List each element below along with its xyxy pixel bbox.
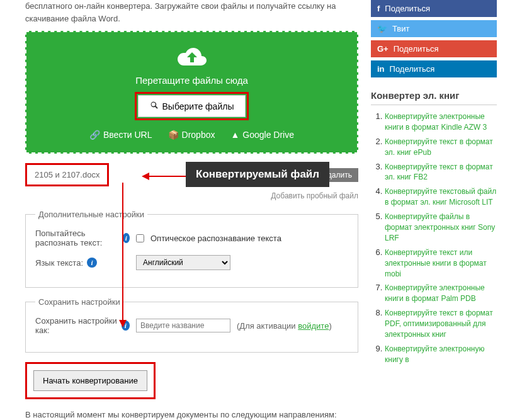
save-settings: Сохранить настройки Сохранить настройки … <box>25 297 358 353</box>
ocr-checkbox[interactable] <box>136 234 144 242</box>
extra-settings: Дополнительные настройки Попытайтесь рас… <box>25 210 358 288</box>
intro-text: бесплатного он-лайн конвертера. Загружай… <box>25 0 358 25</box>
ocr-check-label: Оптическое распознавание текста <box>150 234 281 243</box>
drop-text: Перетащите файлы сюда <box>39 75 344 86</box>
lang-label: Язык текста: <box>35 258 83 268</box>
formats-text: В настоящий момент мы конвертируем докум… <box>25 409 358 420</box>
ebook-link[interactable]: Конвертируйте текстовый файл в формат эл… <box>385 187 496 207</box>
share-linkedin[interactable]: inПоделиться <box>371 60 497 77</box>
cloud-upload-icon <box>176 45 208 70</box>
enter-url-link[interactable]: 🔗Ввести URL <box>89 130 152 140</box>
dropzone[interactable]: Перетащите файлы сюда Выберите файлы 🔗Вв… <box>25 31 358 154</box>
gdrive-icon: ▲ <box>230 130 239 140</box>
extra-settings-legend: Дополнительные настройки <box>35 210 147 219</box>
list-item: Конвертируйте электронные книги в формат… <box>385 283 497 304</box>
info-icon[interactable]: i <box>123 233 130 243</box>
ebook-link[interactable]: Конвертируйте текст или электронные книг… <box>385 248 487 278</box>
ebook-link[interactable]: Конвертируйте файлы в формат электронных… <box>385 212 495 242</box>
ebook-list: Конвертируйте электронные книги в формат… <box>371 111 497 365</box>
facebook-icon: f <box>377 4 380 13</box>
ebook-link[interactable]: Конвертируйте электронные книги в формат… <box>385 283 485 303</box>
settings-name-input[interactable] <box>136 319 230 332</box>
choose-files-button[interactable]: Выберите файлы <box>138 95 246 117</box>
dropbox-link[interactable]: 📦Dropbox <box>168 130 215 140</box>
twitter-icon: 🐦 <box>377 24 387 33</box>
login-link[interactable]: войдите <box>298 321 329 331</box>
save-as-label: Сохранить настройки как: <box>35 316 118 335</box>
dropbox-icon: 📦 <box>168 130 179 140</box>
ebook-heading: Конвертер эл. книг <box>371 90 497 105</box>
list-item: Конвертируйте электронную книгу в <box>385 344 497 365</box>
list-item: Конвертируйте текст в формат эл. книг FB… <box>385 162 497 183</box>
save-settings-legend: Сохранить настройки <box>35 297 123 307</box>
choose-files-label: Выберите файлы <box>162 101 234 111</box>
add-sample-file[interactable]: Добавить пробный файл <box>25 191 358 200</box>
start-convert-button[interactable]: Начать конвертирование <box>33 370 147 391</box>
share-googleplus[interactable]: G+Поделиться <box>371 40 497 57</box>
ebook-link[interactable]: Конвертируйте текст в формат эл. книг FB… <box>385 162 493 182</box>
ebook-link[interactable]: Конвертируйте текст в формат эл. книг eP… <box>385 137 493 157</box>
ebook-link[interactable]: Конвертируйте текст в формат PDF, оптими… <box>385 309 493 339</box>
language-select[interactable]: Английский <box>136 255 230 270</box>
linkedin-icon: in <box>377 64 385 74</box>
uploaded-filename: 2105 и 2107.docx <box>25 163 109 186</box>
highlight-choose: Выберите файлы <box>135 92 249 120</box>
ebook-link[interactable]: Конвертируйте электронную книгу в <box>385 344 484 364</box>
share-twitter[interactable]: 🐦Твит <box>371 20 497 37</box>
login-hint: (Для активации войдите) <box>237 321 332 331</box>
list-item: Конвертируйте электронные книги в формат… <box>385 111 497 133</box>
highlight-convert: Начать конвертирование <box>25 362 156 399</box>
list-item: Конвертируйте текст в формат PDF, оптими… <box>385 308 497 340</box>
list-item: Конвертируйте файлы в формат электронных… <box>385 212 497 244</box>
ebook-link[interactable]: Конвертируйте электронные книги в формат… <box>385 112 487 132</box>
gplus-icon: G+ <box>377 44 389 54</box>
gdrive-link[interactable]: ▲Google Drive <box>230 130 294 140</box>
list-item: Конвертируйте текстовый файл в формат эл… <box>385 186 497 208</box>
info-icon[interactable]: i <box>122 321 130 331</box>
search-icon <box>150 101 159 111</box>
share-facebook[interactable]: fПоделиться <box>371 0 497 17</box>
link-icon: 🔗 <box>89 130 100 140</box>
ocr-label: Попытайтесь распознать текст: <box>35 229 119 247</box>
annotation-overlay: Конвертируемый файл <box>186 162 329 187</box>
info-icon[interactable]: i <box>87 258 97 268</box>
list-item: Конвертируйте текст или электронные книг… <box>385 247 497 280</box>
list-item: Конвертируйте текст в формат эл. книг eP… <box>385 137 497 158</box>
